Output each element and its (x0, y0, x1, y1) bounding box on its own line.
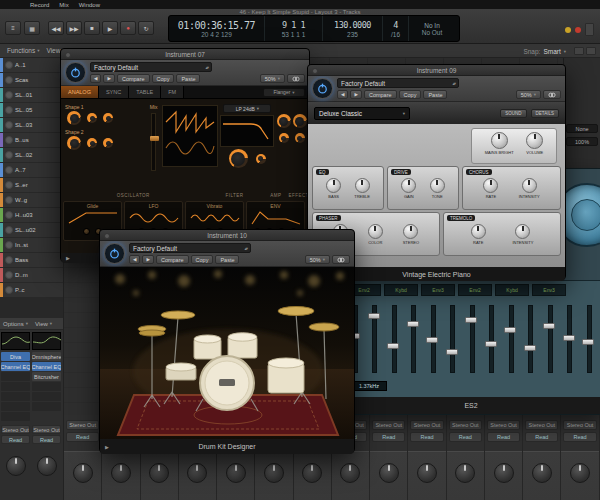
effect-mix-knob[interactable] (293, 114, 307, 128)
mod-slider[interactable] (581, 299, 595, 377)
pan-knob[interactable] (264, 463, 284, 483)
lcd-tempo-cell[interactable]: 130.0000 235 (323, 16, 383, 41)
automation-mode-button[interactable]: Read (487, 432, 520, 442)
output-button[interactable]: Stereo Out (66, 420, 99, 430)
track-header[interactable]: SL..01 (0, 88, 63, 103)
cycle-button[interactable]: ↻ (138, 21, 154, 35)
output-button[interactable]: Stereo Out (410, 420, 443, 430)
drum-kit-illustration[interactable] (100, 267, 354, 439)
inspector-toggle-icon[interactable]: ▦ (24, 21, 40, 35)
next-preset-button[interactable]: ▶ (142, 255, 153, 264)
mod-slider[interactable] (406, 299, 420, 377)
track-header[interactable]: A..1 (0, 58, 63, 73)
gain-knob[interactable] (401, 178, 416, 193)
power-button[interactable] (312, 78, 333, 99)
effect-type-dropdown[interactable]: Flanger▾ (263, 88, 305, 97)
amp-volume-knob[interactable] (277, 114, 291, 128)
mod-slider[interactable] (464, 299, 478, 377)
mod-slider[interactable] (503, 299, 517, 377)
output-button[interactable]: Stereo Out (1, 425, 30, 434)
pan-knob[interactable] (455, 463, 475, 483)
tab-analog[interactable]: ANALOG (61, 86, 99, 98)
insert-slot-empty[interactable] (32, 402, 61, 411)
rewind-button[interactable]: ◀◀ (48, 21, 64, 35)
close-icon[interactable] (312, 68, 318, 74)
tone-knob[interactable] (430, 178, 445, 193)
zoom-tool-icon[interactable] (574, 47, 584, 55)
output-button[interactable]: Stereo Out (525, 420, 558, 430)
lcd-time-cell[interactable]: 01:00:36:15.77 20 4 2 129 (169, 16, 265, 41)
power-button[interactable] (104, 243, 125, 264)
sound-view-button[interactable]: SOUND (500, 109, 526, 118)
automation-mode-button[interactable]: Read (66, 432, 99, 442)
mini-knob[interactable] (83, 228, 90, 235)
power-button[interactable] (65, 62, 86, 83)
insert-slot[interactable]: Bitcrusher (32, 372, 61, 381)
chorus-rate-knob[interactable] (483, 178, 498, 193)
preset-stepper-icon[interactable]: ▴▾ (205, 65, 208, 70)
pan-knob[interactable] (6, 456, 26, 476)
prev-preset-button[interactable]: ◀ (129, 255, 140, 264)
pan-knob[interactable] (111, 463, 131, 483)
library-toggle-icon[interactable]: ≡ (5, 21, 21, 35)
output-button[interactable]: Stereo Out (372, 420, 405, 430)
close-icon[interactable] (104, 233, 110, 239)
details-view-button[interactable]: DETAILS (531, 109, 559, 118)
menu-record[interactable]: Record (30, 2, 49, 8)
lcd-position-cell[interactable]: 9 1 1 53 1 1 1 (265, 16, 323, 41)
disclosure-icon[interactable]: ▶ (66, 255, 70, 261)
insert-slot[interactable]: Channel EQ (1, 362, 30, 371)
track-header[interactable]: SL..03 (0, 118, 63, 133)
semitones-knob[interactable] (103, 113, 113, 123)
automation-mode-button[interactable]: Read (525, 432, 558, 442)
volume-knob[interactable] (526, 132, 543, 149)
phaser-stereo-knob[interactable] (403, 224, 418, 239)
mod-slider[interactable] (523, 299, 537, 377)
view-zoom-dropdown[interactable]: 50%▾ (305, 255, 330, 264)
next-preset-button[interactable]: ▶ (103, 74, 114, 83)
mod-slider[interactable] (562, 299, 576, 377)
play-button[interactable]: ▶ (102, 21, 118, 35)
insert-slot-empty[interactable] (32, 392, 61, 401)
output-button[interactable]: Stereo Out (487, 420, 520, 430)
compare-button[interactable]: Compare (156, 255, 189, 264)
shape1-knob[interactable] (67, 111, 81, 125)
snap-menu[interactable]: Snap: Smart ▾ (523, 44, 566, 58)
router-target[interactable]: Env2 (458, 284, 492, 296)
shape2-knob[interactable] (67, 136, 81, 150)
track-header[interactable]: S..er (0, 178, 63, 193)
window-titlebar[interactable]: Instrument 07 (61, 49, 309, 60)
oscillator-waveform-display[interactable] (162, 105, 218, 167)
view-menu[interactable]: View▾ (35, 321, 52, 327)
shape2-mod-knob[interactable] (87, 138, 97, 148)
treble-knob[interactable] (355, 178, 370, 193)
pan-knob[interactable] (149, 463, 169, 483)
router-target[interactable]: Kybd (495, 284, 529, 296)
link-button[interactable] (543, 90, 561, 99)
options-menu[interactable]: Options▾ (3, 321, 28, 327)
forward-button[interactable]: ▶▶ (66, 21, 82, 35)
window-titlebar[interactable]: Instrument 10 (100, 230, 354, 241)
tab-fm[interactable]: FM (161, 86, 184, 98)
chorus-intensity-knob[interactable] (522, 178, 537, 193)
amp-sub-knob[interactable] (279, 133, 289, 143)
router-target[interactable]: Kybd (384, 284, 418, 296)
preset-stepper-icon[interactable]: ▴▾ (244, 246, 247, 251)
insert-slot[interactable]: Diva (1, 352, 30, 361)
view-zoom-dropdown[interactable]: 50%▾ (260, 74, 285, 83)
tab-table[interactable]: TABLE (129, 86, 161, 98)
automation-mode-button[interactable]: Read (372, 432, 405, 442)
track-header[interactable]: D..m (0, 268, 63, 283)
model-dropdown[interactable]: Deluxe Classic▾ (314, 107, 410, 120)
inspector-field-velocity[interactable]: 100% (566, 137, 598, 146)
track-header[interactable]: A..7 (0, 163, 63, 178)
mod-slider[interactable] (386, 299, 400, 377)
pan-knob[interactable] (302, 463, 322, 483)
pan-knob[interactable] (226, 463, 246, 483)
resonance-knob[interactable] (256, 154, 266, 164)
track-header[interactable]: Bass (0, 253, 63, 268)
tremolo-rate-knob[interactable] (471, 224, 486, 239)
eq-thumbnail[interactable] (1, 332, 30, 350)
router-target[interactable]: Env3 (532, 284, 566, 296)
insert-slot[interactable]: Channel EQ (32, 362, 61, 371)
